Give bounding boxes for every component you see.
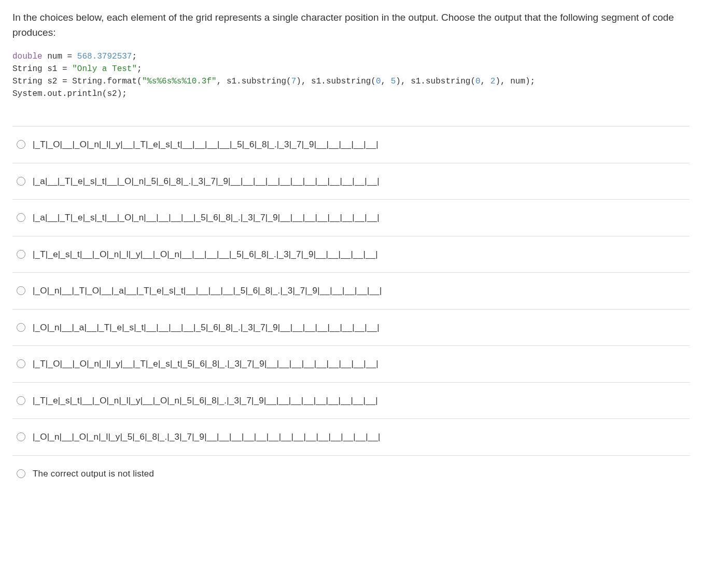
choice-option[interactable]: The correct output is not listed (12, 456, 690, 492)
radio-icon (17, 323, 25, 332)
choice-option[interactable]: |_T|_O|__|_O|_n|_l|_y|__|_T|_e|_s|_t|_5|… (12, 346, 690, 383)
code-text: String s2 = String.format( (12, 77, 142, 86)
choice-option[interactable]: |_O|_n|__|_T|_O|__|_a|__|_T|_e|_s|_t|__|… (12, 273, 690, 310)
string-literal: "%s%6s%s%10.3f" (142, 77, 217, 86)
number-literal: 7 (291, 77, 297, 86)
code-text: ), s1.substring( (396, 77, 475, 86)
choice-label: |_T|_e|_s|_t|__|_O|_n|_l|_y|__|_O|_n|__|… (33, 248, 378, 261)
radio-icon (17, 250, 25, 259)
choice-label: |_T|_e|_s|_t|__|_O|_n|_l|_y|__|_O|_n|_5|… (33, 394, 378, 408)
code-text: ), s1.substring( (296, 77, 376, 86)
radio-icon (17, 286, 25, 295)
code-text: , s1.substring( (217, 77, 291, 86)
choice-option[interactable]: |_O|_n|__|_a|__|_T|_e|_s|_t|__|__|__|__|… (12, 310, 690, 346)
number-literal: 0 (475, 77, 481, 86)
number-literal: 2 (490, 77, 496, 86)
choice-option[interactable]: |_T|_e|_s|_t|__|_O|_n|_l|_y|__|_O|_n|__|… (12, 236, 690, 273)
choice-label: |_a|__|_T|_e|_s|_t|__|_O|_n|_5|_6|_8|_.|… (33, 175, 380, 188)
choice-label: |_O|_n|__|_a|__|_T|_e|_s|_t|__|__|__|__|… (33, 321, 380, 334)
radio-icon (17, 213, 25, 222)
code-text: ), num); (495, 77, 535, 86)
code-block: double num = 568.3792537; String s1 = "O… (12, 50, 690, 100)
choice-label: |_a|__|_T|_e|_s|_t|__|_O|_n|__|__|__|__|… (33, 211, 380, 225)
code-text: ; (137, 64, 142, 74)
code-text: num = (43, 52, 77, 61)
radio-icon (17, 140, 25, 149)
code-text: ; (132, 52, 137, 61)
code-text: System.out.println(s2); (12, 89, 127, 99)
question-text: In the choices below, each element of th… (12, 10, 690, 40)
string-literal: "Only a Test" (72, 64, 137, 74)
code-text: String s1 = (12, 64, 72, 74)
number-literal: 0 (376, 77, 381, 86)
choice-option[interactable]: |_a|__|_T|_e|_s|_t|__|_O|_n|__|__|__|__|… (12, 200, 690, 236)
choice-label: |_T|_O|__|_O|_n|_l|_y|__|_T|_e|_s|_t|__|… (33, 138, 378, 151)
choice-label: The correct output is not listed (33, 467, 154, 481)
radio-icon (17, 396, 25, 405)
choice-option[interactable]: |_T|_e|_s|_t|__|_O|_n|_l|_y|__|_O|_n|_5|… (12, 383, 690, 419)
choice-label: |_O|_n|__|_T|_O|__|_a|__|_T|_e|_s|_t|__|… (33, 284, 382, 298)
choice-label: |_O|_n|__|_O|_n|_l|_y|_5|_6|_8|_.|_3|_7|… (33, 430, 381, 444)
choices-list: |_T|_O|__|_O|_n|_l|_y|__|_T|_e|_s|_t|__|… (12, 126, 690, 492)
radio-icon (17, 359, 25, 368)
choice-option[interactable]: |_a|__|_T|_e|_s|_t|__|_O|_n|_5|_6|_8|_.|… (12, 163, 690, 200)
radio-icon (17, 469, 25, 478)
choice-option[interactable]: |_T|_O|__|_O|_n|_l|_y|__|_T|_e|_s|_t|__|… (12, 127, 690, 163)
radio-icon (17, 432, 25, 441)
code-text: , (381, 77, 391, 86)
radio-icon (17, 177, 25, 186)
choice-label: |_T|_O|__|_O|_n|_l|_y|__|_T|_e|_s|_t|_5|… (33, 357, 378, 371)
number-literal: 5 (391, 77, 396, 86)
choice-option[interactable]: |_O|_n|__|_O|_n|_l|_y|_5|_6|_8|_.|_3|_7|… (12, 419, 690, 456)
keyword-double: double (12, 52, 43, 61)
number-literal: 568.3792537 (77, 52, 132, 61)
code-text: , (481, 77, 490, 86)
